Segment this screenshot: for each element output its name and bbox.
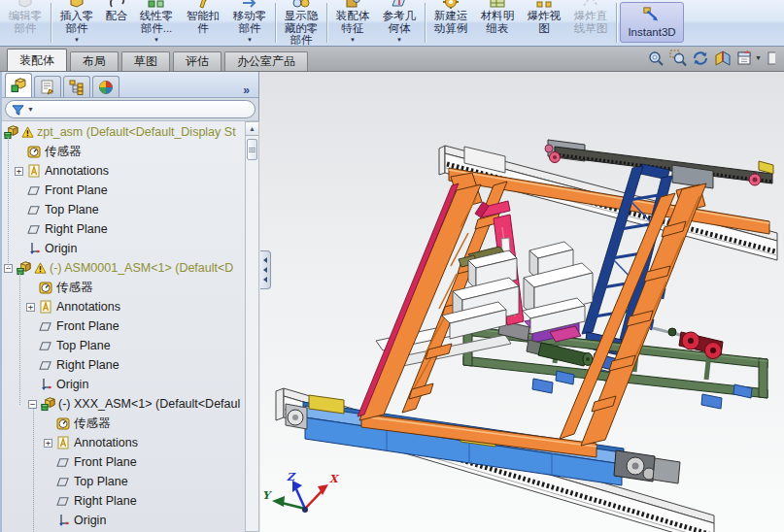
tree-item[interactable]: Front Plane bbox=[2, 316, 246, 336]
tree-item[interactable]: Right Plane bbox=[2, 355, 246, 375]
scroll-up-button[interactable]: ▲ bbox=[246, 122, 258, 136]
origin-icon bbox=[39, 377, 54, 392]
toolbar-button[interactable]: 材料明细表 bbox=[475, 0, 520, 46]
motion-study-icon bbox=[442, 0, 460, 9]
panel-overflow-chevron[interactable]: » bbox=[243, 83, 258, 97]
tree-item[interactable]: Top Plane bbox=[2, 200, 246, 219]
ribbon-tab[interactable]: 办公室产品 bbox=[224, 51, 308, 71]
tree-item[interactable]: Right Plane bbox=[2, 491, 246, 511]
tree-expander[interactable]: + bbox=[26, 303, 35, 312]
view-tool-button[interactable] bbox=[647, 50, 665, 67]
ribbon-tab[interactable]: 装配体 bbox=[7, 49, 67, 71]
toolbar-button[interactable]: 插入零部件 ▼ bbox=[54, 0, 99, 46]
tree-expander[interactable]: + bbox=[44, 439, 52, 448]
toolbar-separator bbox=[616, 3, 617, 43]
insert-part-icon bbox=[68, 0, 85, 9]
view-tool-button[interactable] bbox=[692, 50, 709, 67]
panel-tab[interactable] bbox=[5, 73, 32, 97]
annotations-icon bbox=[27, 163, 43, 179]
ribbon-tab[interactable]: 评估 bbox=[173, 51, 222, 71]
toolbar-button[interactable]: 参考几何体 ▼ bbox=[377, 0, 422, 46]
toolbar-button[interactable]: Instant3D bbox=[620, 2, 684, 43]
panel-splitter[interactable] bbox=[260, 250, 271, 289]
plane-icon bbox=[27, 183, 43, 198]
tree-item[interactable]: + Annotations bbox=[2, 297, 246, 316]
toolbar-button[interactable]: 线性零部件... ▼ bbox=[134, 0, 179, 46]
view-tool-button[interactable] bbox=[714, 50, 732, 67]
scroll-thumb[interactable] bbox=[247, 139, 257, 160]
panel-tab[interactable] bbox=[34, 76, 61, 97]
rotate-view-icon bbox=[692, 50, 709, 67]
tree-item[interactable]: 传感器 bbox=[2, 414, 246, 433]
orientation-triad: Z X Y bbox=[262, 471, 340, 513]
assembly-icon bbox=[41, 396, 56, 412]
triad-z-label: Z bbox=[287, 471, 296, 483]
annotations-icon bbox=[56, 435, 72, 450]
tree-item[interactable]: Front Plane bbox=[2, 181, 246, 200]
origin-icon bbox=[27, 241, 43, 256]
view-orientation-icon bbox=[736, 50, 754, 67]
assembly-icon bbox=[4, 124, 19, 140]
dropdown-arrow-icon[interactable]: ▼ bbox=[755, 54, 762, 61]
toolbar-button[interactable]: 新建运动算例 bbox=[428, 0, 473, 46]
filter-input[interactable]: ▼ bbox=[5, 100, 256, 118]
toolbar-button[interactable]: 显示隐藏的零部件 bbox=[279, 0, 324, 46]
ribbon-tab-bar: 装配体 布局 草图 评估 办公室产品 bbox=[0, 47, 784, 72]
plane-icon bbox=[56, 454, 72, 470]
toolbar-button[interactable]: 配合 bbox=[101, 0, 132, 46]
configurationmanager-icon bbox=[69, 80, 85, 95]
edit-part-icon bbox=[17, 0, 34, 9]
tree-item[interactable]: Front Plane bbox=[2, 452, 246, 472]
ribbon-tab[interactable]: 布局 bbox=[70, 51, 119, 71]
tree-item[interactable]: 传感器 bbox=[2, 278, 246, 297]
tree-item[interactable]: Top Plane bbox=[2, 336, 246, 355]
sensor-icon bbox=[27, 144, 43, 159]
toolbar-button[interactable]: 爆炸直线草图 bbox=[568, 0, 613, 46]
panel-tab[interactable] bbox=[63, 76, 90, 97]
tree-item[interactable]: + Annotations bbox=[2, 161, 246, 181]
view-tools: ▼ bbox=[647, 47, 784, 71]
displaymanager-icon bbox=[98, 80, 114, 95]
tree-expander[interactable]: − bbox=[28, 400, 37, 409]
funnel-icon bbox=[12, 103, 24, 116]
tree-item[interactable]: − (-) ASM0001_ASM<1> (Default<D bbox=[2, 258, 246, 278]
tree-item[interactable]: Origin bbox=[2, 239, 246, 258]
move-part-icon bbox=[241, 0, 258, 9]
smart-fasteners-icon bbox=[194, 0, 212, 9]
graphics-viewport[interactable]: Z X Y bbox=[260, 72, 784, 532]
warning-icon bbox=[34, 260, 48, 276]
tree-scrollbar[interactable]: ▲ bbox=[245, 121, 259, 532]
tree-connector bbox=[33, 409, 34, 532]
view-tool-button[interactable]: ▼ bbox=[736, 50, 762, 67]
toolbar-button[interactable]: 移动零部件 ▼ bbox=[227, 0, 272, 46]
tree-item[interactable]: Right Plane bbox=[2, 219, 246, 239]
tree-connector bbox=[8, 137, 9, 269]
view-tool-button[interactable] bbox=[767, 50, 784, 67]
tree-expander[interactable]: + bbox=[15, 167, 23, 176]
partial-sheet-icon bbox=[767, 50, 784, 67]
toolbar-button[interactable]: 编辑零部件 bbox=[3, 0, 48, 46]
toolbar-button[interactable]: 爆炸视图 bbox=[522, 0, 566, 46]
panel-tab[interactable] bbox=[92, 76, 119, 97]
linear-pattern-icon bbox=[148, 0, 165, 9]
toolbar-separator bbox=[425, 3, 426, 43]
zoom-area-icon bbox=[669, 50, 687, 67]
view-tool-button[interactable] bbox=[669, 50, 687, 67]
model-3d[interactable]: Z X Y bbox=[260, 72, 784, 532]
tree-item[interactable]: + Annotations bbox=[2, 433, 246, 452]
tree-item[interactable]: Top Plane bbox=[2, 472, 246, 491]
featuremanager-icon bbox=[11, 78, 26, 93]
tree-item[interactable]: − (-) XXX_ASM<1> (Default<Defaul bbox=[2, 394, 246, 414]
tree-item[interactable]: Origin bbox=[2, 511, 246, 530]
tree-item[interactable]: zpt_asm (Default<Default_Display St bbox=[2, 122, 246, 142]
toolbar-button[interactable]: 装配体特征 ▼ bbox=[330, 0, 375, 46]
ribbon-tab[interactable]: 草图 bbox=[121, 51, 170, 71]
tree-item[interactable]: 传感器 bbox=[2, 142, 246, 161]
collapse-left-icon bbox=[263, 277, 267, 283]
dropdown-arrow-icon[interactable]: ▼ bbox=[27, 106, 34, 113]
toolbar-separator bbox=[326, 3, 327, 43]
tree-item[interactable]: Origin bbox=[2, 375, 246, 394]
sensor-icon bbox=[56, 416, 72, 431]
collapse-left-icon bbox=[263, 267, 267, 273]
toolbar-button[interactable]: 智能扣件 bbox=[181, 0, 225, 46]
